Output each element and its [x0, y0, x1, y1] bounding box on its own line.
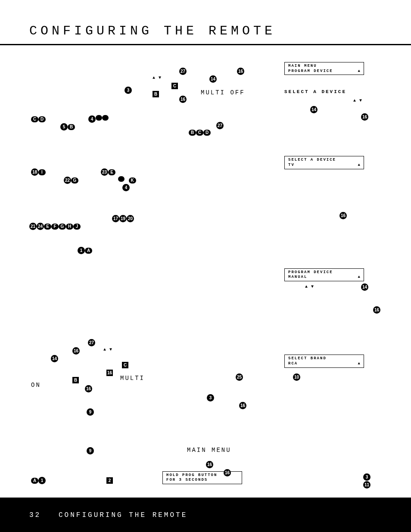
dot-icon: [118, 176, 125, 182]
callout-14: 14: [361, 283, 368, 291]
label-main-menu: MAIN MENU: [187, 447, 231, 454]
callout-2: 2: [106, 477, 113, 484]
footer-text: 32 CONFIGURING THE REMOTE: [29, 511, 187, 519]
callout-14: 14: [209, 75, 217, 83]
callout-11: 11: [363, 481, 371, 488]
callout-3: 3: [125, 87, 132, 94]
callout-1: 1: [78, 247, 85, 254]
callout-E: E: [108, 169, 115, 175]
lcd-line1: MAIN MENU: [288, 64, 360, 69]
callout-row-2124EFGHJ: 2124EFGHJ: [29, 222, 81, 230]
label-multi: MULTI: [120, 375, 145, 382]
callout-row-1A: 1A: [78, 246, 92, 254]
callout-B: B: [68, 124, 75, 130]
select-device-header: SELECT A DEVICE: [284, 89, 346, 94]
callout-C: C: [196, 130, 203, 136]
lcd-line2: PROGRAM DEVICE: [288, 69, 360, 74]
callout-B: B: [189, 130, 196, 136]
callout-3: 3: [363, 473, 371, 481]
callout-16: 16: [179, 96, 187, 103]
lcd-arrow-icon: ▲: [358, 163, 361, 168]
callout-17: 17: [112, 215, 119, 222]
callout-E: E: [44, 224, 51, 230]
lcd-line2: FOR 3 SECONDS: [166, 478, 238, 483]
callout-16: 16: [339, 212, 347, 219]
footer-page-number: 32: [29, 511, 41, 519]
callout-K: K: [129, 177, 136, 184]
callout-5: 5: [60, 123, 68, 131]
arrows-updown-icon: ▲ ▼: [153, 75, 162, 80]
callout-B: B: [72, 377, 79, 383]
callout-C: C: [122, 362, 128, 368]
callout-19: 19: [119, 215, 127, 222]
callout-18: 18: [31, 168, 38, 176]
callout-23: 23: [101, 168, 108, 176]
callout-1: 1: [38, 477, 46, 484]
callout-22: 22: [64, 177, 71, 184]
lcd-line2: MANUAL: [288, 275, 360, 280]
page-footer: 32 CONFIGURING THE REMOTE: [0, 498, 411, 532]
callout-14: 14: [51, 355, 58, 362]
callout-C: C: [171, 83, 178, 89]
lcd-select-device-tv: SELECT A DEVICE TV ▲: [284, 156, 364, 169]
callout-16: 16: [106, 370, 113, 376]
callout-G: G: [71, 177, 78, 184]
arrows-updown-icon: ▲ ▼: [305, 284, 314, 289]
callout-16: 16: [361, 113, 368, 121]
callout-row-dotK: K: [118, 176, 136, 184]
callout-27: 27: [216, 122, 224, 129]
dot-icon: [96, 115, 102, 121]
callout-J: J: [73, 224, 81, 230]
lcd-line2: RCA: [288, 361, 360, 367]
callout-16: 16: [72, 347, 80, 355]
page-title: CONFIGURING THE REMOTE: [29, 24, 276, 38]
callout-16: 16: [224, 469, 231, 476]
lcd-program-manual: PROGRAM DEVICE MANUAL ▲: [284, 268, 364, 281]
callout-27: 27: [88, 339, 95, 346]
callout-27: 27: [179, 68, 187, 75]
callout-row-18I: 18I: [31, 168, 46, 176]
callout-16: 16: [237, 68, 244, 75]
lcd-line2: TV: [288, 163, 360, 168]
title-rule: [0, 44, 411, 45]
callout-row-22G: 22G: [64, 176, 78, 184]
callout-24: 24: [37, 223, 44, 230]
callout-20: 20: [127, 215, 134, 222]
dot-icon: [102, 115, 109, 121]
callout-16: 16: [85, 385, 92, 392]
lcd-main-menu: MAIN MENU PROGRAM DEVICE ▲: [284, 62, 364, 75]
footer-label: CONFIGURING THE REMOTE: [59, 511, 187, 519]
callout-25: 25: [236, 373, 243, 381]
callout-C: C: [31, 116, 38, 122]
callout-row-A1: A1: [31, 476, 46, 484]
lcd-arrow-icon: ▲: [358, 69, 361, 74]
callout-3: 3: [207, 394, 214, 401]
callout-9: 9: [87, 408, 94, 416]
callout-A: A: [31, 478, 38, 484]
callout-16: 16: [373, 306, 380, 314]
callout-4: 4: [122, 184, 130, 191]
label-multi-off: MULTI OFF: [201, 89, 245, 96]
callout-H: H: [66, 224, 73, 230]
callout-16: 16: [206, 461, 213, 468]
label-on: ON: [31, 382, 41, 389]
callout-row-4dots: 4: [88, 115, 109, 123]
callout-4: 4: [88, 115, 96, 123]
lcd-line1: SELECT A DEVICE: [288, 158, 360, 163]
callout-G: G: [59, 224, 66, 230]
callout-A: A: [85, 248, 92, 254]
callout-10: 10: [293, 373, 300, 381]
lcd-line1: SELECT BRAND: [288, 356, 360, 361]
lcd-arrow-icon: ▲: [358, 361, 361, 367]
callout-D: D: [38, 116, 46, 122]
lcd-select-brand: SELECT BRAND RCA ▲: [284, 355, 364, 367]
lcd-line1: PROGRAM DEVICE: [288, 270, 360, 275]
callout-9: 9: [87, 447, 94, 454]
arrows-updown-icon: ▲ ▼: [103, 347, 112, 352]
callout-F: F: [51, 224, 59, 230]
callout-D: D: [203, 130, 211, 136]
lcd-arrow-icon: ▲: [358, 275, 361, 280]
callout-row-CD: CD: [31, 115, 46, 123]
callout-16: 16: [239, 402, 246, 409]
callout-I: I: [38, 169, 46, 175]
